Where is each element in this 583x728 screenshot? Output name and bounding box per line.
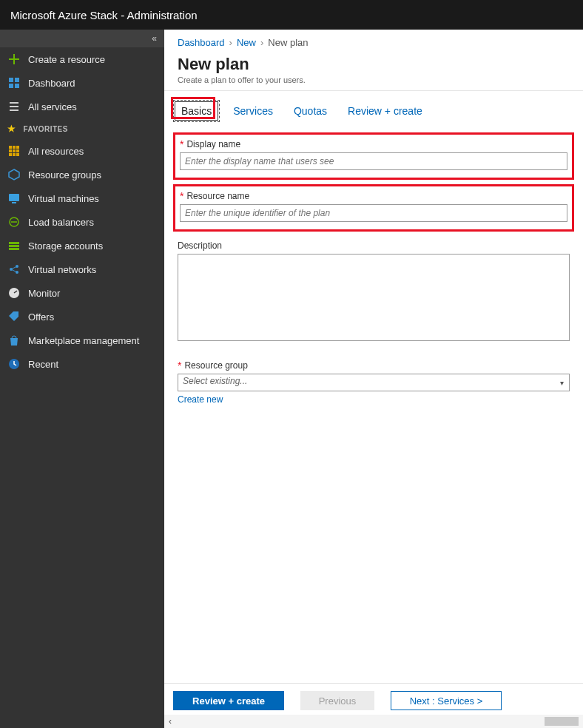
sidebar-item-resource-groups[interactable]: Resource groups <box>0 163 164 186</box>
star-icon: ★ <box>7 124 16 134</box>
svg-rect-7 <box>9 149 12 152</box>
favorites-label: FAVORITES <box>24 125 68 133</box>
label-text: Resource group <box>184 360 247 371</box>
nav-label: Storage accounts <box>28 240 103 252</box>
svg-rect-10 <box>9 153 12 156</box>
nav-label: All resources <box>28 146 84 157</box>
wizard-footer: Review + create Previous Next : Services… <box>164 683 583 715</box>
scroll-left-icon[interactable]: ‹ <box>169 716 172 727</box>
collapse-sidebar-button[interactable]: « <box>0 30 164 47</box>
top-bar: Microsoft Azure Stack - Administration <box>0 0 583 30</box>
balance-icon <box>7 215 21 229</box>
svg-rect-13 <box>9 194 19 201</box>
nav-label: Create a resource <box>28 54 105 65</box>
app-title: Microsoft Azure Stack - Administration <box>10 9 198 21</box>
svg-rect-12 <box>16 153 19 156</box>
display-name-input[interactable] <box>180 152 567 170</box>
sidebar-dashboard[interactable]: Dashboard <box>0 71 164 95</box>
nav-label: Virtual networks <box>28 264 96 275</box>
list-icon <box>7 100 21 113</box>
sidebar-item-offers[interactable]: Offers <box>0 305 164 328</box>
sidebar-item-monitor[interactable]: Monitor <box>0 281 164 305</box>
sidebar-create-resource[interactable]: Create a resource <box>0 47 164 71</box>
svg-rect-9 <box>16 149 19 152</box>
sidebar-item-recent[interactable]: Recent <box>0 352 164 376</box>
chevron-right-icon: › <box>260 37 263 48</box>
resource-name-label: * Resource name <box>180 191 567 201</box>
horizontal-scrollbar[interactable]: ‹ <box>164 715 583 728</box>
breadcrumb: Dashboard › New › New plan <box>164 30 583 55</box>
tab-review-create[interactable]: Review + create <box>340 101 430 121</box>
nav-label: Dashboard <box>28 78 75 89</box>
svg-rect-18 <box>9 248 19 250</box>
tab-basics[interactable]: Basics <box>173 100 220 122</box>
storage-icon <box>7 239 21 252</box>
resource-group-select[interactable]: Select existing... <box>178 374 570 391</box>
display-name-label: * Display name <box>180 139 567 149</box>
nav-label: Recent <box>28 359 58 370</box>
description-input[interactable] <box>178 254 570 341</box>
clock-icon <box>7 357 21 371</box>
cube-icon <box>7 168 21 181</box>
tabs: Basics Services Quotas Review + create <box>164 91 583 127</box>
nav-label: All services <box>28 101 77 112</box>
gauge-icon <box>7 286 21 300</box>
required-asterisk-icon: * <box>180 191 183 201</box>
sidebar-item-marketplace[interactable]: Marketplace management <box>0 328 164 352</box>
svg-rect-2 <box>9 84 13 88</box>
nav-label: Load balancers <box>28 217 94 228</box>
tab-quotas[interactable]: Quotas <box>286 101 334 121</box>
tab-services[interactable]: Services <box>226 101 280 121</box>
sidebar-item-all-resources[interactable]: All resources <box>0 139 164 163</box>
create-new-link[interactable]: Create new <box>178 394 223 405</box>
sidebar-item-virtual-machines[interactable]: Virtual machines <box>0 186 164 210</box>
next-services-button[interactable]: Next : Services > <box>391 691 502 710</box>
svg-rect-14 <box>12 202 16 203</box>
previous-button: Previous <box>300 691 374 710</box>
sidebar-all-services[interactable]: All services <box>0 95 164 118</box>
svg-rect-5 <box>13 146 16 149</box>
monitor-icon <box>7 192 21 205</box>
chevron-double-left-icon: « <box>152 33 157 44</box>
sidebar-item-load-balancers[interactable]: Load balancers <box>0 210 164 234</box>
tag-icon <box>7 310 21 323</box>
svg-rect-6 <box>16 146 19 149</box>
label-text: Display name <box>186 139 240 149</box>
page-title: New plan <box>178 55 570 74</box>
breadcrumb-current: New plan <box>268 37 308 48</box>
svg-rect-0 <box>9 78 13 82</box>
svg-rect-3 <box>15 84 19 88</box>
sidebar-item-virtual-networks[interactable]: Virtual networks <box>0 257 164 281</box>
resource-group-label: * Resource group <box>178 360 570 371</box>
annotation-highlight: * Display name <box>173 132 574 180</box>
sidebar: « Create a resource Dashboard All servic… <box>0 30 164 728</box>
sidebar-item-storage-accounts[interactable]: Storage accounts <box>0 234 164 257</box>
grid-icon <box>7 144 21 158</box>
content-area: Dashboard › New › New plan New plan Crea… <box>164 30 583 728</box>
svg-rect-4 <box>9 146 12 149</box>
page-subtitle: Create a plan to offer to your users. <box>178 75 570 84</box>
required-asterisk-icon: * <box>178 360 181 371</box>
breadcrumb-new[interactable]: New <box>237 37 256 48</box>
nav-label: Virtual machines <box>28 193 99 204</box>
nav-label: Monitor <box>28 288 60 299</box>
svg-rect-1 <box>15 78 19 82</box>
plus-icon <box>7 53 21 66</box>
nav-label: Offers <box>28 311 54 323</box>
nav-label: Resource groups <box>28 169 101 181</box>
label-text: Resource name <box>186 191 249 201</box>
annotation-highlight: * Resource name <box>173 184 574 232</box>
chevron-right-icon: › <box>229 37 232 48</box>
svg-rect-16 <box>9 242 19 244</box>
resource-name-input[interactable] <box>180 204 567 222</box>
scrollbar-thumb[interactable] <box>545 717 579 726</box>
svg-rect-17 <box>9 245 19 247</box>
favorites-header: ★ FAVORITES <box>0 118 164 139</box>
nav-label: Marketplace management <box>28 335 139 346</box>
breadcrumb-dashboard[interactable]: Dashboard <box>178 37 225 48</box>
bag-icon <box>7 334 21 347</box>
review-create-button[interactable]: Review + create <box>173 691 284 710</box>
network-icon <box>7 263 21 276</box>
description-label: Description <box>178 240 570 251</box>
required-asterisk-icon: * <box>180 139 183 149</box>
